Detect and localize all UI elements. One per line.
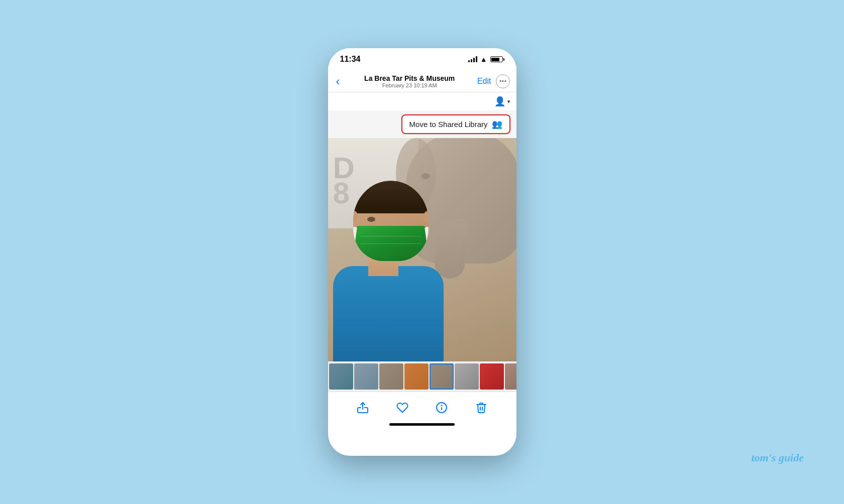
heart-icon	[396, 402, 408, 414]
favorite-button[interactable]	[391, 397, 413, 419]
shared-library-banner: Move to Shared Library 👥	[328, 110, 516, 138]
thumbnail-item-selected[interactable]	[430, 363, 454, 390]
share-button[interactable]	[352, 397, 374, 419]
bottom-toolbar	[328, 392, 516, 423]
nav-actions: Edit •••	[477, 74, 510, 88]
sub-toolbar: 👤 ▾	[328, 92, 516, 110]
info-button[interactable]	[431, 397, 453, 419]
thumbnail-item[interactable]	[404, 363, 429, 390]
thumbnail-item[interactable]	[480, 363, 504, 390]
status-bar: 11:34 ▲	[328, 48, 516, 70]
thumbnail-item[interactable]	[329, 363, 353, 390]
thumbnail-item[interactable]	[354, 363, 378, 390]
nav-bar: ‹ La Brea Tar Pits & Museum February 23 …	[328, 70, 516, 92]
nav-title: La Brea Tar Pits & Museum	[364, 74, 455, 82]
move-to-shared-library-button[interactable]: Move to Shared Library 👥	[401, 114, 510, 134]
photo-display: D 8 ION	[328, 138, 516, 361]
home-indicator	[328, 423, 516, 428]
nav-title-area: La Brea Tar Pits & Museum February 23 10…	[364, 74, 455, 88]
thumbnail-item[interactable]	[455, 363, 479, 390]
status-icons: ▲	[468, 55, 504, 63]
edit-button[interactable]: Edit	[477, 77, 491, 86]
trash-icon	[475, 402, 487, 414]
person-filter-icon: 👤	[494, 96, 505, 107]
wifi-icon: ▲	[480, 55, 487, 63]
battery-icon	[490, 56, 504, 62]
nav-subtitle: February 23 10:19 AM	[364, 82, 455, 88]
thumbnail-item[interactable]	[505, 363, 516, 390]
thumbnail-strip	[328, 361, 516, 392]
more-dots-icon: •••	[499, 78, 507, 84]
status-time: 11:34	[340, 55, 361, 64]
signal-icon	[468, 56, 477, 62]
back-button[interactable]: ‹	[334, 75, 342, 87]
shared-library-label: Move to Shared Library	[409, 120, 488, 129]
home-bar	[389, 423, 455, 426]
info-icon	[436, 402, 448, 414]
chevron-down-icon: ▾	[507, 98, 510, 105]
person-filter-button[interactable]: 👤 ▾	[494, 96, 510, 107]
people-icon: 👥	[492, 119, 502, 130]
toms-guide-watermark: tom's guide	[751, 452, 804, 464]
phone-frame: 11:34 ▲	[328, 48, 516, 456]
share-icon	[357, 402, 369, 414]
thumbnail-item[interactable]	[379, 363, 403, 390]
delete-button[interactable]	[470, 397, 492, 419]
more-button[interactable]: •••	[496, 74, 510, 88]
